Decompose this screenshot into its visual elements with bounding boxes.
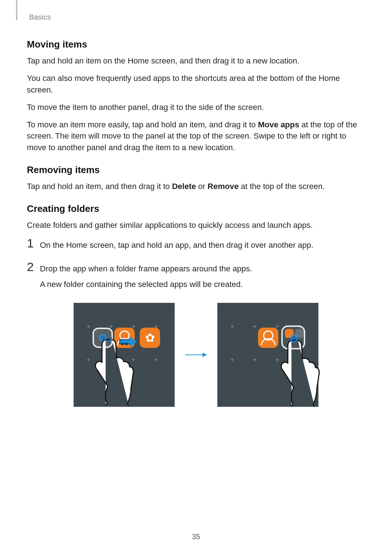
app-icon-favorites: ✿ [140, 328, 160, 348]
label-remove: Remove [208, 182, 239, 191]
para-moving-4: To move an item more easily, tap and hol… [27, 119, 365, 154]
hand-pointer-icon [277, 338, 324, 407]
hand-pointer-icon [91, 337, 138, 406]
header-tab-mark [16, 0, 17, 20]
figure-panel-after: + + + + + + + [217, 303, 319, 407]
para-moving-1: Tap and hold an item on the Home screen,… [27, 55, 365, 67]
para-moving-3: To move the item to another panel, drag … [27, 102, 365, 113]
step-1: 1 On the Home screen, tap and hold an ap… [27, 237, 365, 255]
step-2-text: Drop the app when a folder frame appears… [40, 263, 365, 275]
figure-panel-before: + + + + + + + ✿ [73, 303, 175, 407]
grid-plus-icon: + [87, 323, 90, 330]
heading-creating-folders: Creating folders [27, 203, 365, 214]
step-2-number: 2 [27, 260, 40, 273]
grid-plus-icon: + [253, 357, 256, 363]
app-icon-contacts [258, 328, 278, 348]
label-delete: Delete [172, 182, 196, 191]
step-1-number: 1 [27, 237, 40, 249]
figure-creating-folders: + + + + + + + ✿ + + [27, 303, 365, 407]
label-move-apps: Move apps [258, 120, 299, 129]
step-2-text2: A new folder containing the selected app… [40, 278, 365, 290]
para-removing-post: at the top of the screen. [238, 182, 324, 191]
step-1-text: On the Home screen, tap and hold an app,… [40, 239, 365, 251]
para-removing-pre: Tap and hold an item, and then drag it t… [27, 182, 172, 191]
para-moving-2: You can also move frequently used apps t… [27, 73, 365, 96]
grid-plus-icon: + [87, 357, 90, 363]
heading-removing-items: Removing items [27, 164, 365, 176]
grid-plus-icon: + [230, 323, 234, 330]
page-number: 35 [0, 533, 392, 541]
grid-plus-icon: + [230, 357, 234, 363]
transition-arrow-icon [185, 353, 207, 357]
para-removing-1: Tap and hold an item, and then drag it t… [27, 181, 365, 192]
para-removing-mid: or [196, 182, 208, 191]
step-2: 2 Drop the app when a folder frame appea… [27, 260, 365, 294]
para-creating-intro: Create folders and gather similar applic… [27, 219, 365, 231]
breadcrumb: Basics [29, 13, 365, 21]
grid-plus-icon: + [253, 323, 256, 330]
para-moving-4-pre: To move an item more easily, tap and hol… [27, 120, 258, 129]
grid-plus-icon: + [154, 357, 158, 363]
heading-moving-items: Moving items [27, 39, 365, 50]
